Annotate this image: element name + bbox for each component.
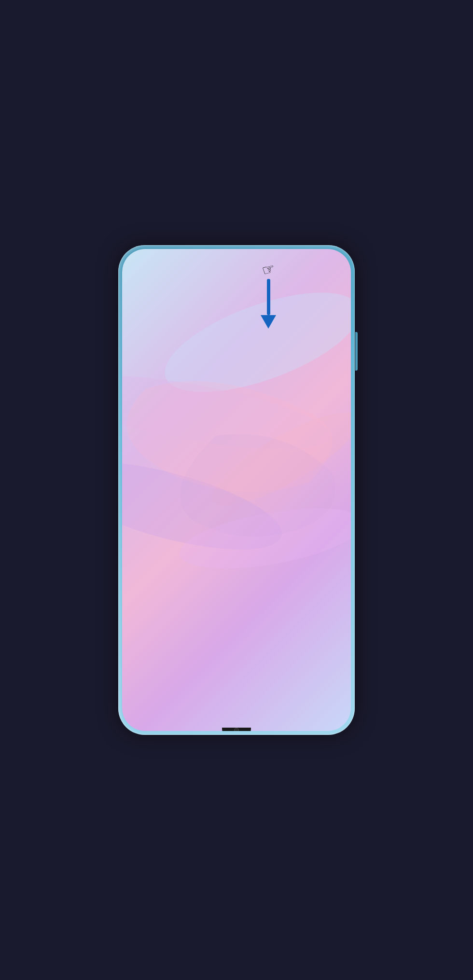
phone-device: No SIM 📶 📶 56% 🔋 10:27 10:27AM Friday, J… [118,245,355,735]
svg-point-1 [122,360,335,464]
phone-screen: No SIM 📶 📶 56% 🔋 10:27 10:27AM Friday, J… [122,249,351,731]
notch [222,728,251,731]
front-camera [234,728,239,731]
arrow-annotation: ☞ [261,261,276,329]
svg-point-2 [201,397,351,521]
arrow-shaft [267,279,270,315]
svg-point-4 [175,497,351,580]
svg-point-3 [122,444,290,567]
hand-cursor-icon: ☞ [260,260,277,279]
arrow-head [261,315,276,329]
svg-point-0 [153,272,351,413]
